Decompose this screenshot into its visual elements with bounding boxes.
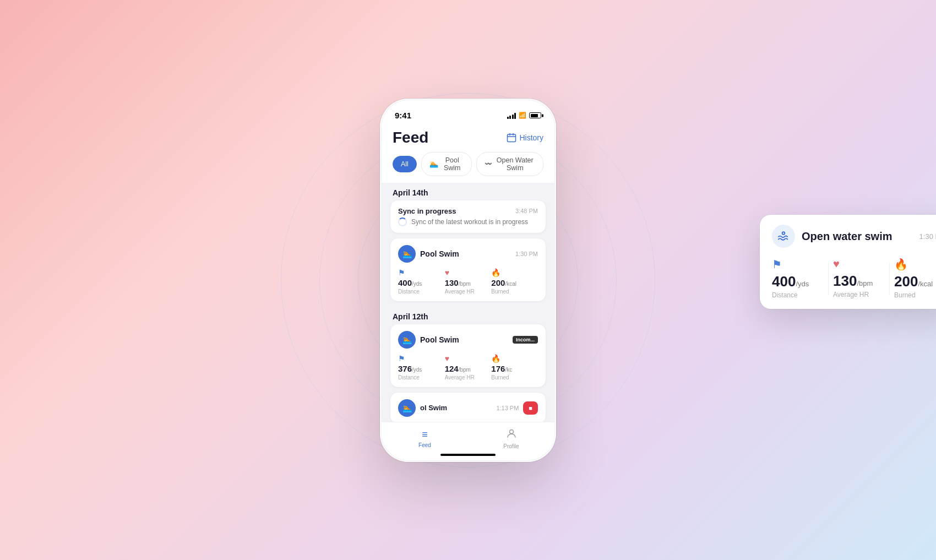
pool-swim-icon: 🏊 [429,160,438,168]
expanded-workout-card[interactable]: Open water swim 1:30 PM ⚑ 400/yds Distan… [760,215,936,309]
sync-card: Sync in progress 3:48 PM Sync of the lat… [390,200,546,233]
sync-title: Sync in progress [398,207,456,215]
tab-pool-swim[interactable]: 🏊 Pool Swim [421,152,472,176]
partial-card-title-row: 🏊 ol Swim [398,399,447,417]
expanded-label-distance: Distance [772,291,798,299]
card-title: Pool Swim [420,249,459,258]
tab-pool-swim-label: Pool Swim [441,156,464,172]
card-title-12: Pool Swim [420,335,459,344]
expanded-value-burned: 200/kcal [894,273,933,290]
feed-nav-label: Feed [418,442,431,448]
stat-value-hr-12: 124/bpm [445,364,471,374]
tab-open-water-swim[interactable]: 〰️ Open Water Swim [476,152,543,176]
flag-icon-12: ⚑ [398,354,405,363]
partial-right: 1:13 PM ■ [496,401,538,415]
nav-feed[interactable]: ≡ Feed [382,429,468,448]
stat-value-12: 376/yds [398,364,422,374]
workout-card-april12[interactable]: 🏊 Pool Swim Incom... ⚑ 376/yds Distance [390,324,546,387]
stat-label-burned: Burned [491,289,509,295]
phone-mockup: 9:41 📶 Feed [380,99,556,462]
partial-time: 1:13 PM [496,405,519,411]
stat-value-burned: 200/kcal [491,278,516,288]
stat-hr-12: ♥ 124/bpm Average HR [445,354,492,380]
expanded-value-hr: 130/bpm [833,273,873,290]
card-header: 🏊 Pool Swim 1:30 PM [398,245,538,263]
stat-divider-2 [889,262,890,295]
stop-button[interactable]: ■ [523,401,538,415]
expanded-fire-icon: 🔥 [894,258,908,271]
partial-card[interactable]: 🏊 ol Swim 1:13 PM ■ [390,393,546,422]
flag-icon: ⚑ [398,268,405,277]
sync-body-text: Sync of the latest workout is in progres… [411,218,528,226]
expanded-heart-icon: ♥ [833,258,840,270]
svg-point-2 [782,232,785,235]
date-april-14: April 14th [390,183,546,200]
calendar-icon [507,133,516,143]
sync-spinner-icon [398,218,407,226]
fire-icon: 🔥 [491,268,500,277]
sync-card-header: Sync in progress 3:48 PM [398,207,538,215]
app-content: Feed History All 🏊 Pool Swim [382,124,554,460]
stat-label-distance: Distance [398,289,420,295]
nav-profile[interactable]: Profile [468,428,554,449]
expanded-stats: ⚑ 400/yds Distance ♥ 130/bpm Average HR … [772,258,936,299]
svg-rect-0 [508,134,516,142]
date-april-12: April 12th [390,307,546,324]
history-button[interactable]: History [507,133,543,143]
expanded-value-distance: 400/yds [772,273,809,290]
card-title-row-12: 🏊 Pool Swim [398,331,459,349]
status-time: 9:41 [395,111,411,120]
stat-distance-12: ⚑ 376/yds Distance [398,354,445,380]
stat-burned-12: 🔥 176/kc Burned [491,354,538,380]
swim-avatar-12: 🏊 [398,331,416,349]
stat-value-burned-12: 176/kc [491,364,512,374]
card-time: 1:30 PM [515,251,538,257]
tab-open-water-label: Open Water Swim [495,156,535,172]
card-title-row: 🏊 Pool Swim [398,245,459,263]
expanded-card-time: 1:30 PM [919,232,936,241]
stat-distance: ⚑ 400/yds Distance [398,268,445,295]
expanded-stat-distance: ⚑ 400/yds Distance [772,258,824,299]
stat-burned: 🔥 200/kcal Burned [491,268,538,295]
expanded-stat-burned: 🔥 200/kcal Burned [894,258,936,299]
feed-nav-icon: ≡ [422,429,428,441]
history-label: History [519,133,543,142]
card-stats: ⚑ 400/yds Distance ♥ 130/bpm Average HR [398,268,538,295]
expanded-avatar [772,225,795,248]
open-water-icon: 〰️ [485,160,492,167]
stat-divider-1 [828,262,829,295]
filter-tabs: All 🏊 Pool Swim 〰️ Open Water Swim [382,152,554,183]
fire-icon-12: 🔥 [491,354,500,363]
sync-body: Sync of the latest workout is in progres… [398,218,538,226]
status-icons: 📶 [507,112,542,119]
card-stats-12: ⚑ 376/yds Distance ♥ 124/bpm Average HR [398,354,538,380]
heart-icon: ♥ [445,268,449,277]
expanded-flag-icon: ⚑ [772,258,782,271]
signal-icon [507,112,516,119]
stat-label-hr: Average HR [445,289,475,295]
expanded-stat-hr: ♥ 130/bpm Average HR [833,258,885,299]
profile-nav-label: Profile [503,443,519,449]
workout-card-april14[interactable]: 🏊 Pool Swim 1:30 PM ⚑ 400/yds Distance [390,238,546,301]
battery-icon [529,112,541,118]
card-header-12: 🏊 Pool Swim Incom... [398,331,538,349]
heart-icon-12: ♥ [445,354,449,363]
expanded-card-header: Open water swim 1:30 PM [772,225,936,248]
partial-title: ol Swim [420,404,447,412]
feed-content: April 14th Sync in progress 3:48 PM Sync… [382,183,554,422]
tab-all-label: All [401,160,409,168]
stat-value-hr: 130/bpm [445,278,471,288]
expanded-label-hr: Average HR [833,291,869,298]
phone-screen: 9:41 📶 Feed [382,100,554,460]
wifi-icon: 📶 [519,112,526,119]
tab-all[interactable]: All [393,156,417,172]
stat-hr: ♥ 130/bpm Average HR [445,268,492,295]
notch [435,100,501,116]
sync-time: 3:48 PM [515,208,538,214]
incomplete-badge: Incom... [513,336,538,344]
expanded-card-title: Open water swim [802,230,893,243]
swim-avatar: 🏊 [398,245,416,263]
partial-avatar: 🏊 [398,399,416,417]
home-indicator [440,454,496,456]
expanded-title-row: Open water swim [772,225,893,248]
